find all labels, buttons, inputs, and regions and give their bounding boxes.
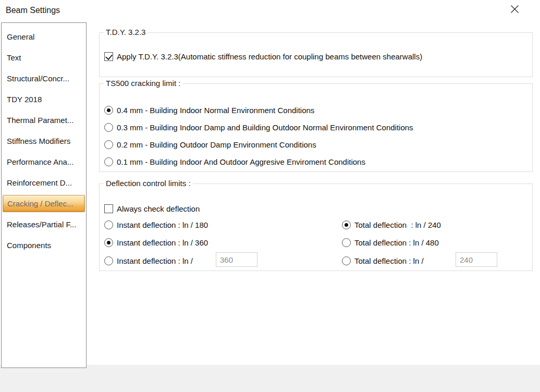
sidebar-item-general[interactable]: General [2,26,86,47]
radio-icon[interactable] [104,140,113,149]
group-ts500-title: TS500 cracking limit : [104,79,182,88]
radio-selected-icon[interactable] [104,238,113,247]
always-check-deflection-label: Always check deflection [117,204,200,213]
sidebar-item-cracking-deflection[interactable]: Cracking / Deflec... [3,195,85,212]
instant-deflection-custom-input[interactable] [216,252,257,267]
apply-tdy-label: Apply T.D.Y. 3.2.3(Automatic stiffness r… [117,52,422,61]
sidebar-item-text[interactable]: Text [2,47,86,68]
radio-instant-360-label: Instant deflection : ln / 360 [117,238,208,247]
radio-instant-custom[interactable]: Instant deflection : ln / [104,255,193,266]
radio-total-480-label: Total deflection : ln / 480 [354,238,439,247]
radio-crack-01mm[interactable]: 0.1 mm - Building Indoor And Outdoor Agg… [104,156,365,167]
group-deflection-title: Deflection control limits : [104,179,193,188]
group-tdy-323: T.D.Y. 3.2.3 Apply T.D.Y. 3.2.3(Automati… [99,32,533,77]
sidebar-item-structural-concrete[interactable]: Structural/Concr... [2,68,86,89]
radio-total-240[interactable]: Total deflection : ln / 240 [342,219,441,230]
sidebar-item-reinforcement-design[interactable]: Reinforcement D... [2,172,86,193]
radio-total-custom[interactable]: Total deflection : ln / [342,255,424,266]
radio-crack-04mm-label: 0.4 mm - Building Indoor Normal Environm… [117,106,314,115]
radio-icon[interactable] [342,238,351,247]
radio-icon[interactable] [104,220,113,229]
category-list: General Text Structural/Concr... TDY 201… [1,22,87,368]
beam-settings-dialog: Beam Settings General Text Structural/Co… [0,0,540,392]
sidebar-item-performance-analysis[interactable]: Performance Ana... [2,151,86,172]
sidebar-item-components[interactable]: Components [2,235,86,255]
radio-crack-01mm-label: 0.1 mm - Building Indoor And Outdoor Agg… [117,157,365,166]
total-deflection-custom-input[interactable] [456,252,497,267]
group-deflection-control: Deflection control limits : Always check… [99,183,533,271]
radio-total-480[interactable]: Total deflection : ln / 480 [342,237,439,248]
radio-total-240-label: Total deflection : ln / 240 [354,220,441,229]
sidebar-item-thermal-parameters[interactable]: Thermal Paramet... [2,109,86,130]
radio-instant-180-label: Instant deflection : ln / 180 [117,220,208,229]
close-icon [510,5,519,15]
radio-crack-03mm-label: 0.3 mm - Building Indoor Damp and Buildi… [117,123,413,132]
group-tdy-title: T.D.Y. 3.2.3 [104,28,148,36]
sidebar-item-releases-partial-fixity[interactable]: Releases/Partial F... [2,214,86,235]
apply-tdy-checkbox-row[interactable]: Apply T.D.Y. 3.2.3(Automatic stiffness r… [104,51,422,62]
group-ts500-cracking-limit: TS500 cracking limit : 0.4 mm - Building… [99,83,533,172]
radio-instant-360[interactable]: Instant deflection : ln / 360 [104,237,208,248]
radio-icon[interactable] [104,123,113,132]
radio-icon[interactable] [104,256,113,265]
radio-crack-02mm[interactable]: 0.2 mm - Building Outdoor Damp Environme… [104,139,316,150]
always-check-deflection-row[interactable]: Always check deflection [104,203,200,214]
radio-instant-180[interactable]: Instant deflection : ln / 180 [104,219,208,230]
radio-crack-04mm[interactable]: 0.4 mm - Building Indoor Normal Environm… [104,105,314,115]
radio-icon[interactable] [342,256,351,265]
checkbox-unchecked-icon[interactable] [104,204,113,213]
radio-crack-02mm-label: 0.2 mm - Building Outdoor Damp Environme… [117,140,316,149]
dialog-title: Beam Settings [6,6,60,15]
radio-total-custom-label: Total deflection : ln / [354,256,424,265]
radio-selected-icon[interactable] [104,106,113,115]
checkbox-checked-icon[interactable] [104,52,113,61]
footer-bar [0,365,540,392]
close-button[interactable] [509,4,520,16]
radio-crack-03mm[interactable]: 0.3 mm - Building Indoor Damp and Buildi… [104,122,413,132]
sidebar-item-stiffness-modifiers[interactable]: Stiffness Modifiers [2,130,86,151]
radio-instant-custom-label: Instant deflection : ln / [117,256,193,265]
radio-selected-icon[interactable] [342,220,351,229]
radio-icon[interactable] [104,157,113,166]
sidebar-item-tdy-2018[interactable]: TDY 2018 [2,89,86,109]
